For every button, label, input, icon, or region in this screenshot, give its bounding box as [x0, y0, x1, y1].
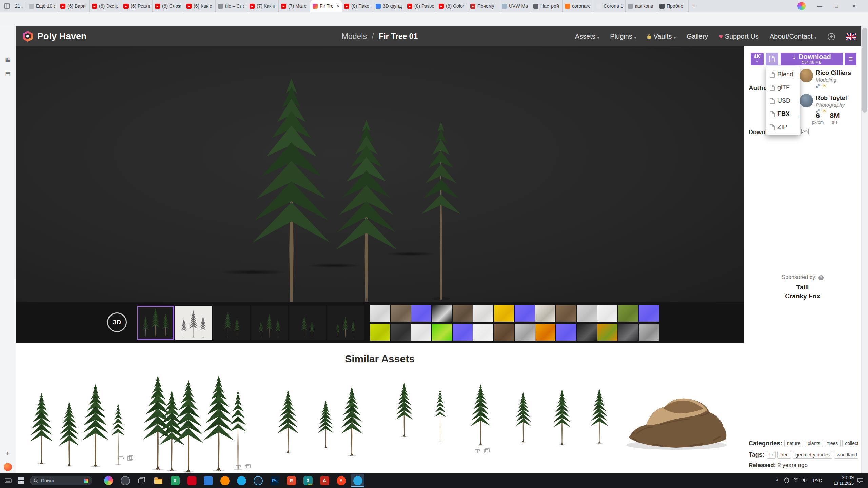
texture-map-thumbnail[interactable]: [577, 305, 597, 322]
author-avatar[interactable]: [800, 94, 813, 107]
asset-thumbnail[interactable]: [289, 306, 326, 340]
format-option-gltf[interactable]: glTF: [766, 81, 800, 94]
security-shield-icon[interactable]: [784, 477, 789, 483]
texture-map-thumbnail[interactable]: [639, 324, 659, 341]
texture-map-thumbnail[interactable]: [597, 324, 617, 341]
taskbar-app-steam[interactable]: [251, 474, 265, 487]
browser-tab[interactable]: Пробле: [657, 0, 689, 12]
tab-counter[interactable]: 21 ▾: [13, 2, 25, 10]
taskbar-app-active-browser[interactable]: [351, 474, 364, 487]
browser-tab[interactable]: Fir Tre×: [310, 0, 342, 12]
alice-icon[interactable]: [4, 463, 12, 471]
browser-tab[interactable]: ▶(6) Слож: [153, 0, 184, 12]
bookmarks-icon[interactable]: ▤: [0, 70, 16, 77]
link-icon[interactable]: [816, 84, 821, 88]
close-button[interactable]: ×: [849, 2, 859, 11]
taskbar-app-blue-circle-app[interactable]: [235, 474, 248, 487]
asset-thumbnail[interactable]: [327, 306, 364, 340]
asset-thumbnail[interactable]: [213, 306, 250, 340]
install-app-icon[interactable]: [827, 33, 835, 41]
browser-tab[interactable]: ▶(6) Экстр: [90, 0, 121, 12]
browser-tab[interactable]: 3D фунд: [373, 0, 405, 12]
tag-chip[interactable]: geometry nodes: [793, 451, 832, 459]
similar-asset-thumbnail[interactable]: [340, 384, 364, 458]
similar-asset-stump[interactable]: [622, 387, 731, 451]
similar-asset-thumbnail[interactable]: [590, 386, 609, 445]
tag-chip[interactable]: tree: [777, 451, 791, 459]
tray-expand-icon[interactable]: ∧: [776, 477, 779, 482]
help-icon[interactable]: ?: [818, 275, 824, 280]
sponsor-name[interactable]: Cranky Fox: [744, 292, 861, 300]
page-scrollbar[interactable]: [861, 26, 868, 473]
browser-tab[interactable]: Настрой: [531, 0, 563, 12]
download-menu-button[interactable]: ≡: [845, 53, 856, 65]
browser-tab[interactable]: ▶(7) Мате: [279, 0, 310, 12]
touch-keyboard-icon[interactable]: [5, 477, 12, 484]
texture-map-thumbnail[interactable]: [411, 324, 431, 341]
download-button[interactable]: ↓ Download 534.48 MB: [781, 53, 843, 65]
texture-map-thumbnail[interactable]: [535, 324, 555, 341]
similar-asset-thumbnail[interactable]: [552, 387, 572, 447]
asset-thumbnail[interactable]: [137, 306, 174, 340]
taskbar-app-adobe-app[interactable]: A: [318, 474, 331, 487]
alice-icon[interactable]: [797, 2, 806, 10]
browser-tab[interactable]: ▶(6) Реали: [121, 0, 153, 12]
model-viewer[interactable]: [16, 46, 744, 302]
nav-item-about-contact[interactable]: About/Contact▾: [770, 33, 816, 40]
texture-map-thumbnail[interactable]: [515, 324, 535, 341]
3d-view-button[interactable]: 3D: [107, 312, 127, 332]
similar-asset-thumbnail[interactable]: [470, 382, 491, 447]
sponsor-name[interactable]: Talii: [744, 284, 861, 291]
tag-chip[interactable]: woodland: [834, 451, 858, 459]
texture-map-thumbnail[interactable]: [618, 324, 638, 341]
texture-map-thumbnail[interactable]: [411, 305, 431, 322]
browser-tab[interactable]: как конв: [626, 0, 657, 12]
new-tab-button[interactable]: +: [690, 2, 698, 11]
tab-close-icon[interactable]: ×: [336, 3, 339, 9]
taskbar-app-file-explorer[interactable]: [152, 474, 165, 487]
minimize-button[interactable]: —: [814, 2, 825, 11]
taskbar-app-red-doc-app[interactable]: [185, 474, 198, 487]
texture-map-thumbnail[interactable]: [515, 305, 535, 322]
panels-icon[interactable]: ▦: [0, 56, 16, 63]
texture-map-thumbnail[interactable]: [453, 305, 473, 322]
taskbar-app-excel[interactable]: X: [168, 474, 182, 487]
author-name[interactable]: Rico Cilliers: [816, 69, 851, 77]
format-option-usd[interactable]: USD: [766, 94, 800, 107]
texture-map-thumbnail[interactable]: [432, 324, 452, 341]
texture-map-thumbnail[interactable]: [391, 305, 411, 322]
category-chip[interactable]: trees: [825, 440, 841, 447]
start-button[interactable]: [18, 477, 24, 484]
browser-tab[interactable]: ▶(6) Как с: [184, 0, 216, 12]
notifications-icon[interactable]: [857, 477, 864, 484]
similar-asset-thumbnail[interactable]: [81, 381, 110, 469]
taskbar-app-photos-app[interactable]: [201, 474, 215, 487]
site-brand[interactable]: Poly Haven: [37, 26, 87, 46]
texture-map-thumbnail[interactable]: [556, 305, 576, 322]
texture-map-thumbnail[interactable]: [556, 324, 576, 341]
taskbar-search[interactable]: Поиск: [30, 476, 92, 485]
taskbar-app-task-view[interactable]: [135, 474, 149, 487]
category-chip[interactable]: collection: [842, 440, 858, 447]
category-chip[interactable]: nature: [784, 440, 803, 447]
tag-chip[interactable]: fir: [767, 451, 776, 459]
texture-map-thumbnail[interactable]: [535, 305, 555, 322]
downloads-sparkline-icon[interactable]: [801, 129, 809, 134]
taskbar-app-rizomuv[interactable]: R: [284, 474, 298, 487]
taskbar-app-3dsmax[interactable]: 32024: [301, 474, 315, 487]
taskbar-app-yandex-browser[interactable]: Y: [334, 474, 348, 487]
mail-icon[interactable]: ✉: [823, 83, 826, 88]
asset-thumbnail[interactable]: [175, 306, 212, 340]
quality-select[interactable]: 4K ▾: [751, 53, 764, 65]
similar-asset-thumbnail[interactable]: [58, 400, 80, 468]
taskbar-app-alice-app[interactable]: [102, 474, 115, 487]
browser-tab[interactable]: ▶Почему: [468, 0, 499, 12]
similar-asset-thumbnail[interactable]: [514, 390, 532, 444]
browser-tab[interactable]: tile – Сло: [216, 0, 247, 12]
texture-map-thumbnail[interactable]: [370, 324, 390, 341]
taskbar-app-firefox[interactable]: [218, 474, 232, 487]
volume-icon[interactable]: [802, 477, 808, 483]
format-option-zip[interactable]: ZIP: [766, 121, 800, 134]
texture-map-thumbnail[interactable]: [494, 324, 514, 341]
asset-thumbnail[interactable]: [251, 306, 288, 340]
